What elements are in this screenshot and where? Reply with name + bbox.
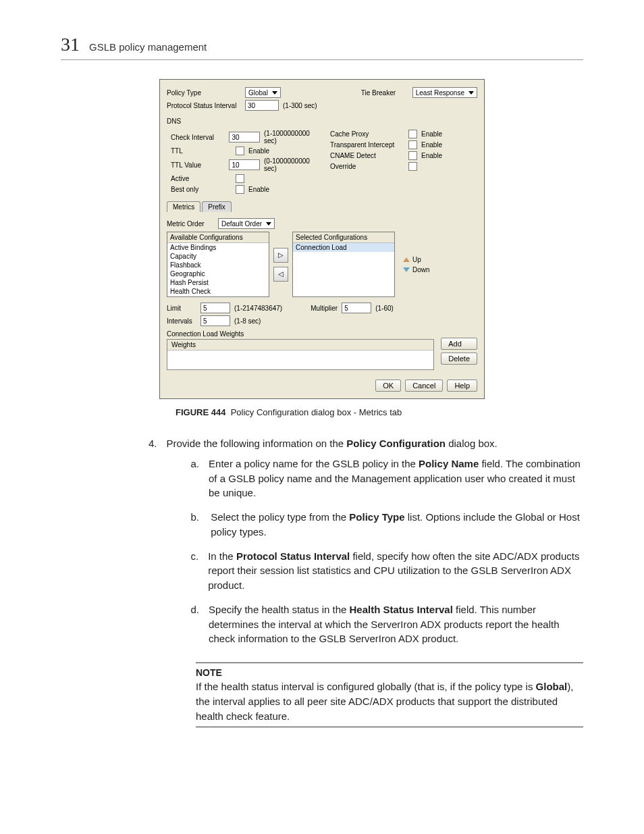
transparent-intercept-checkbox[interactable] <box>408 140 417 149</box>
intervals-input[interactable]: 5 <box>200 315 230 326</box>
tab-prefix[interactable]: Prefix <box>202 201 232 212</box>
chevron-down-icon <box>272 91 277 95</box>
list-item[interactable]: Capacity <box>167 252 269 261</box>
cache-proxy-checkbox[interactable] <box>408 130 417 138</box>
chevron-down-icon <box>468 91 474 95</box>
note-block: NOTE If the health status interval is co… <box>196 662 583 727</box>
ttl-value-input[interactable]: 10 <box>229 159 260 170</box>
page-header: 31 GSLB policy management <box>61 34 583 60</box>
list-item[interactable]: Connection Load <box>293 243 394 252</box>
ttl-label: TTL <box>171 147 232 155</box>
list-item[interactable]: Flashback <box>167 261 269 269</box>
list-item[interactable]: Geographic <box>167 269 269 278</box>
page-title: GSLB policy management <box>89 41 207 53</box>
policy-type-label: Policy Type <box>167 89 241 97</box>
chevron-down-icon <box>266 222 271 226</box>
proto-status-interval-label: Protocol Status Interval <box>167 102 241 109</box>
policy-type-select[interactable]: Global <box>245 87 281 98</box>
check-interval-input[interactable]: 30 <box>229 132 260 142</box>
intervals-label: Intervals <box>167 317 196 325</box>
limit-label: Limit <box>167 305 196 312</box>
best-only-checkbox[interactable] <box>236 185 244 194</box>
metric-order-select[interactable]: Default Order <box>218 218 275 229</box>
weights-title: Connection Load Weights <box>167 330 477 338</box>
ttl-value-label: TTL Value <box>171 161 225 169</box>
triangle-up-icon <box>403 257 410 262</box>
move-up-button[interactable]: Up <box>403 256 430 263</box>
tie-breaker-select[interactable]: Least Response <box>412 87 477 98</box>
tab-metrics[interactable]: Metrics <box>167 201 200 212</box>
dns-section-label: DNS <box>167 118 477 125</box>
ok-button[interactable]: OK <box>375 380 401 392</box>
weights-table[interactable]: Weights <box>167 339 434 370</box>
triangle-down-icon <box>403 267 410 272</box>
cancel-button[interactable]: Cancel <box>405 380 443 392</box>
override-checkbox[interactable] <box>408 162 417 171</box>
cname-detect-checkbox[interactable] <box>408 151 417 160</box>
note-heading: NOTE <box>196 666 583 679</box>
list-item[interactable]: Active Bindings <box>167 243 269 252</box>
limit-input[interactable]: 5 <box>200 303 230 313</box>
step-number: 4. <box>149 436 157 656</box>
selected-configs-list[interactable]: Selected Configurations Connection Load <box>292 232 395 297</box>
proto-status-interval-hint: (1-300 sec) <box>283 102 317 109</box>
add-button[interactable]: Add <box>441 338 477 350</box>
cname-detect-label: CNAME Detect <box>330 152 404 159</box>
proto-status-interval-input[interactable]: 30 <box>245 100 279 111</box>
active-label: Active <box>171 175 232 182</box>
multiplier-label: Multiplier <box>311 305 338 312</box>
list-item[interactable]: Health Check <box>167 287 269 296</box>
active-checkbox[interactable] <box>236 174 244 183</box>
metric-order-label: Metric Order <box>167 220 214 228</box>
list-item[interactable]: Number of Session <box>167 296 269 297</box>
policy-config-dialog: Policy Type Global Tie Breaker Least Res… <box>159 79 485 399</box>
tie-breaker-label: Tie Breaker <box>361 89 408 97</box>
move-down-button[interactable]: Down <box>403 266 430 273</box>
move-right-button[interactable]: ▷ <box>273 248 288 263</box>
page-number: 31 <box>61 34 80 55</box>
help-button[interactable]: Help <box>447 380 477 392</box>
multiplier-input[interactable]: 5 <box>342 303 371 313</box>
move-left-button[interactable]: ◁ <box>273 267 288 282</box>
transparent-intercept-label: Transparent Intercept <box>330 141 404 149</box>
delete-button[interactable]: Delete <box>441 353 477 365</box>
override-label: Override <box>330 163 404 170</box>
ttl-checkbox[interactable] <box>236 147 244 155</box>
check-interval-label: Check Interval <box>171 134 225 141</box>
available-configs-list[interactable]: Available Configurations Active Bindings… <box>167 232 269 297</box>
list-item[interactable]: Hash Persist <box>167 278 269 287</box>
best-only-label: Best only <box>171 186 232 193</box>
cache-proxy-label: Cache Proxy <box>330 130 404 138</box>
figure-caption: FIGURE 444 Policy Configuration dialog b… <box>176 407 583 417</box>
